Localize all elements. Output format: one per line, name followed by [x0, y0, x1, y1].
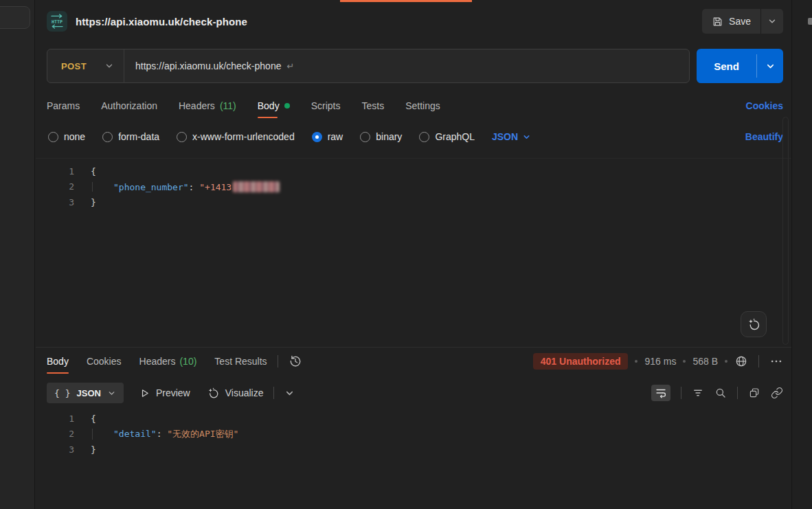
word-wrap-icon[interactable] [651, 385, 670, 401]
body-type-options: none form-data x-www-form-urlencoded raw… [48, 126, 783, 148]
chevron-down-icon [767, 16, 777, 26]
send-button-main[interactable]: Send [697, 49, 756, 83]
chevron-down-icon [522, 133, 531, 142]
toolbar-chevron-down-icon[interactable] [284, 388, 295, 398]
chevron-down-icon [104, 61, 114, 71]
tab-label: Test Results [214, 356, 267, 367]
copy-icon[interactable] [748, 387, 760, 399]
search-icon[interactable] [714, 387, 727, 399]
radio-x-www-form-urlencoded[interactable]: x-www-form-urlencoded [177, 131, 295, 142]
response-tab-test-results[interactable]: Test Results [214, 348, 267, 375]
tab-authorization[interactable]: Authorization [101, 93, 157, 118]
radio-label: none [64, 131, 85, 142]
line-number: 3 [36, 197, 78, 207]
save-icon [712, 16, 723, 27]
response-time[interactable]: 916 ms [644, 356, 676, 367]
tab-params[interactable]: Params [47, 93, 80, 118]
language-selector[interactable]: JSON [492, 131, 531, 142]
line-number: 2 [36, 429, 78, 439]
line-number: 1 [36, 414, 78, 424]
radio-raw[interactable]: raw [312, 131, 343, 142]
more-options-icon[interactable] [769, 354, 783, 368]
code-line: 2 "phone_number": "+1413 [36, 179, 791, 195]
visualize-button[interactable]: Visualize [207, 387, 264, 400]
sidebar-tab[interactable] [0, 6, 30, 29]
tab-headers[interactable]: Headers(11) [179, 93, 236, 118]
active-tab-indicator [340, 0, 472, 2]
radio-label: binary [376, 131, 402, 142]
radio-icon [419, 132, 429, 142]
tab-tests[interactable]: Tests [361, 93, 384, 118]
preview-button[interactable]: Preview [139, 387, 190, 399]
redacted-value [233, 181, 280, 192]
line-number: 3 [36, 444, 78, 455]
response-tab-cookies[interactable]: Cookies [87, 348, 122, 375]
tab-label: Body [258, 100, 280, 111]
response-format-selector[interactable]: { } JSON [47, 383, 124, 403]
code-line: 1 { [36, 411, 791, 427]
tab-label: Tests [361, 100, 384, 111]
radio-binary[interactable]: binary [360, 131, 402, 142]
line-number: 2 [36, 181, 78, 192]
response-tab-headers[interactable]: Headers(10) [139, 348, 197, 375]
separator [737, 387, 738, 399]
link-icon[interactable] [771, 387, 783, 399]
json-value: "无效的API密钥" [167, 429, 238, 439]
send-button[interactable]: Send [697, 49, 783, 83]
postbot-sparkle-icon [747, 317, 761, 332]
code-text: "detail": "无效的API密钥" [91, 428, 238, 440]
request-title: https://api.xiaomu.uk/check-phone [76, 16, 247, 27]
response-toolbar: { } JSON Preview [47, 382, 783, 404]
json-key: "phone_number" [113, 182, 189, 192]
main-panel: HTTP https://api.xiaomu.uk/check-phone S… [36, 0, 791, 509]
radio-icon-selected [312, 132, 322, 142]
method-label: POST [61, 61, 87, 71]
radio-none[interactable]: none [48, 131, 85, 142]
send-options-caret[interactable] [757, 49, 783, 83]
radio-icon [177, 132, 187, 142]
scrollbar-track[interactable] [782, 117, 789, 345]
right-sidebar-icon[interactable] [808, 18, 812, 25]
code-text: { [91, 166, 96, 177]
code-line: 2 "detail": "无效的API密钥" [36, 427, 791, 442]
svg-text:HTTP: HTTP [52, 19, 63, 25]
response-body-editor[interactable]: 1 { 2 "detail": "无效的API密钥" 3 } [36, 409, 791, 509]
cookies-link[interactable]: Cookies [746, 100, 783, 111]
tab-body[interactable]: Body [258, 93, 290, 118]
response-header: Body Cookies Headers(10) Test Results 40… [47, 348, 783, 375]
tab-label: Params [47, 100, 80, 111]
url-input[interactable]: https://api.xiaomu.uk/check-phone [135, 60, 281, 71]
separator [278, 355, 278, 367]
save-button[interactable]: Save [702, 9, 783, 34]
code-text: "phone_number": "+1413 [91, 181, 280, 192]
radio-icon [360, 132, 370, 142]
network-globe-icon[interactable] [734, 354, 748, 368]
format-label: JSON [76, 388, 100, 398]
filter-icon[interactable] [692, 387, 704, 399]
postbot-button[interactable] [741, 311, 767, 337]
save-options-caret[interactable] [761, 9, 783, 34]
history-icon[interactable] [289, 354, 302, 368]
response-tab-body[interactable]: Body [47, 348, 69, 375]
response-tabs: Body Cookies Headers(10) Test Results [47, 348, 267, 375]
radio-graphql[interactable]: GraphQL [419, 131, 475, 142]
modified-dot [284, 103, 290, 109]
radio-label: form-data [118, 131, 159, 142]
request-body-editor[interactable]: 1 { 2 "phone_number": "+1413 3 } [36, 158, 791, 347]
beautify-link[interactable]: Beautify [745, 131, 783, 142]
preview-play-icon [139, 387, 150, 399]
tab-scripts[interactable]: Scripts [311, 93, 341, 118]
save-button-main[interactable]: Save [702, 9, 760, 34]
response-size[interactable]: 568 B [692, 356, 718, 367]
radio-icon [102, 132, 113, 142]
url-box-divider [124, 49, 124, 83]
tab-settings[interactable]: Settings [405, 93, 440, 118]
response-meta: 401 Unauthorized 916 ms 568 B [533, 348, 783, 375]
status-badge[interactable]: 401 Unauthorized [533, 353, 629, 370]
chevron-down-icon [107, 389, 116, 398]
tab-label: Settings [405, 100, 440, 111]
radio-form-data[interactable]: form-data [102, 131, 159, 142]
method-selector[interactable]: POST [47, 61, 124, 71]
json-value: "+1413 [199, 182, 232, 192]
braces-icon: { } [54, 388, 70, 398]
